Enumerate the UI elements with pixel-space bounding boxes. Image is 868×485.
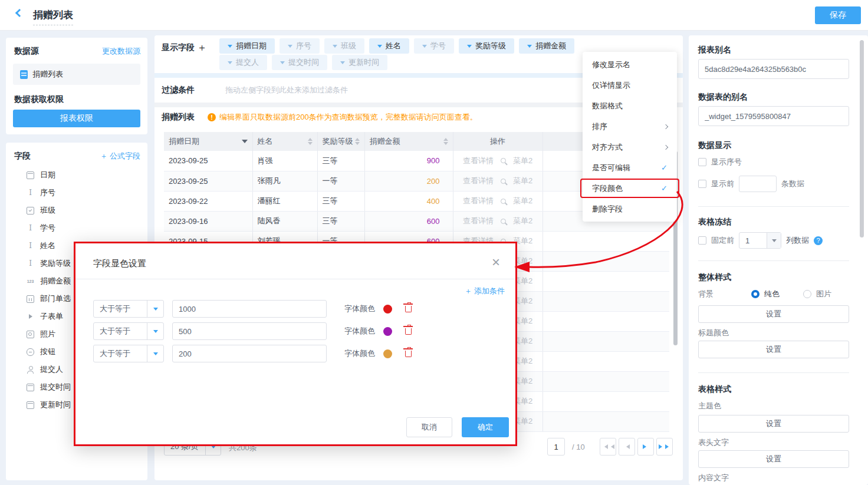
field-chip[interactable]: 班级: [324, 38, 364, 54]
back-icon[interactable]: [15, 9, 24, 17]
show-index-checkbox[interactable]: [698, 158, 706, 166]
first-page-button[interactable]: [600, 438, 616, 456]
change-datasource-link[interactable]: 更改数据源: [102, 46, 140, 57]
field-item[interactable]: 学号: [6, 219, 147, 237]
row-limit-input[interactable]: [739, 176, 777, 192]
context-menu-item[interactable]: 是否可编辑 ✓: [583, 157, 677, 178]
prev-page-button[interactable]: [619, 438, 635, 456]
view-detail-link[interactable]: 查看详情: [463, 176, 494, 186]
context-menu-item[interactable]: 对齐方式 ✓: [583, 137, 677, 157]
operator-select[interactable]: 大于等于: [93, 322, 164, 340]
color-swatch[interactable]: [383, 349, 392, 358]
sort-icon[interactable]: [443, 136, 448, 147]
menu2-link[interactable]: 菜单2: [513, 196, 532, 206]
field-item[interactable]: 日期: [6, 166, 147, 184]
save-button[interactable]: 保存: [815, 6, 861, 24]
image-radio[interactable]: [803, 290, 811, 298]
field-item[interactable]: 序号: [6, 184, 147, 202]
calendar-icon: [27, 171, 34, 179]
context-menu-item[interactable]: 排序 ✓: [583, 116, 677, 137]
delete-condition-icon[interactable]: [405, 306, 412, 312]
table-header-amount[interactable]: 捐赠金额: [364, 132, 453, 151]
settings-scrollbar-thumb[interactable]: [860, 40, 864, 237]
cell-grade: 三等: [317, 151, 364, 171]
context-menu-item[interactable]: 字段颜色 ✓: [583, 178, 677, 199]
last-page-button[interactable]: [656, 438, 673, 456]
threshold-input[interactable]: [172, 322, 327, 340]
color-swatch[interactable]: [383, 327, 392, 336]
report-alias-input[interactable]: [698, 59, 849, 79]
field-chip[interactable]: 更新时间: [332, 55, 387, 70]
operator-select[interactable]: 大于等于: [93, 300, 164, 318]
chevron-down-icon: [422, 45, 427, 50]
table-alias-input[interactable]: [698, 106, 849, 126]
menu2-link[interactable]: 菜单2: [513, 216, 532, 226]
sort-desc-icon[interactable]: [242, 140, 248, 146]
header-text-set-button[interactable]: 设置: [698, 450, 849, 468]
freeze-count-select[interactable]: 1: [739, 232, 781, 249]
confirm-button[interactable]: 确定: [462, 417, 509, 437]
table-header-grade[interactable]: 奖励等级: [317, 132, 364, 151]
field-chip[interactable]: 学号: [414, 38, 454, 54]
view-detail-link[interactable]: 查看详情: [463, 216, 494, 226]
cancel-button[interactable]: 取消: [406, 417, 452, 437]
formula-field-link[interactable]: ＋ 公式字段: [100, 151, 140, 161]
add-display-field-icon[interactable]: ＋: [197, 41, 207, 54]
magnifier-icon[interactable]: [501, 179, 506, 184]
field-chip[interactable]: 捐赠日期: [219, 38, 275, 54]
field-item[interactable]: 班级: [6, 202, 147, 219]
field-chip[interactable]: 提交时间: [272, 55, 327, 70]
title-color-set-button[interactable]: 设置: [698, 341, 849, 358]
datasource-item[interactable]: 捐赠列表: [13, 64, 140, 85]
menu2-link[interactable]: 菜单2: [513, 176, 532, 186]
context-menu-item[interactable]: 修改显示名 ✓: [583, 54, 677, 75]
menu2-link[interactable]: 菜单2: [513, 156, 532, 166]
table-header-name[interactable]: 姓名: [252, 132, 317, 151]
chevron-down-icon: [767, 233, 781, 248]
page-number-input[interactable]: [547, 438, 565, 456]
help-icon[interactable]: ?: [814, 236, 823, 245]
field-chip[interactable]: 奖励等级: [459, 38, 514, 54]
field-item-label: 捐赠金额: [40, 276, 71, 286]
field-chip[interactable]: 提交人: [219, 55, 267, 70]
freeze-checkbox[interactable]: [698, 236, 706, 245]
field-chip[interactable]: 捐赠金额: [519, 38, 574, 54]
view-detail-link[interactable]: 查看详情: [463, 196, 494, 206]
delete-condition-icon[interactable]: [405, 351, 412, 357]
threshold-input[interactable]: [172, 300, 327, 318]
delete-condition-icon[interactable]: [405, 328, 412, 335]
condition-row: 大于等于 字体颜色: [93, 345, 500, 362]
context-menu-item[interactable]: 仅详情显示 ✓: [583, 75, 677, 95]
sort-icon[interactable]: [355, 136, 360, 147]
show-first-checkbox[interactable]: [698, 180, 706, 188]
next-page-button[interactable]: [637, 438, 654, 456]
sort-icon[interactable]: [308, 136, 313, 147]
field-chip[interactable]: 序号: [280, 38, 320, 54]
operator-select[interactable]: 大于等于: [93, 345, 164, 362]
add-condition-link[interactable]: ＋ 添加条件: [464, 286, 505, 296]
solid-color-radio[interactable]: [751, 290, 760, 298]
context-menu-item[interactable]: 数据格式 ✓: [583, 95, 677, 116]
context-menu-item[interactable]: 删除字段 ✓: [583, 199, 677, 219]
chevron-right-icon: [663, 144, 668, 149]
close-icon[interactable]: ×: [492, 254, 500, 270]
field-item-label: 奖励等级: [40, 258, 71, 269]
magnifier-icon[interactable]: [501, 219, 506, 224]
report-permission-button[interactable]: 报表权限: [13, 110, 140, 127]
datasource-panel: 数据源 更改数据源 捐赠列表 数据获取权限 报表权限: [6, 38, 147, 134]
table-header-date[interactable]: 捐赠日期: [164, 132, 252, 151]
threshold-input[interactable]: [172, 345, 327, 362]
chevron-down-icon: [467, 45, 472, 50]
display-field-chips-row1: 捐赠日期 序号 班级 姓名 学号: [219, 38, 574, 54]
report-alias-label: 报表别名: [698, 45, 731, 55]
background-set-button[interactable]: 设置: [698, 305, 849, 323]
cell-name: 潘丽红: [252, 191, 317, 211]
theme-color-set-button[interactable]: 设置: [698, 415, 849, 433]
field-item-label: 日期: [40, 170, 55, 180]
magnifier-icon[interactable]: [501, 158, 506, 163]
magnifier-icon[interactable]: [501, 199, 506, 204]
field-chip[interactable]: 姓名: [369, 38, 409, 54]
view-detail-link[interactable]: 查看详情: [463, 156, 494, 166]
context-menu-item-label: 字段颜色: [592, 183, 661, 194]
color-swatch[interactable]: [383, 305, 392, 314]
